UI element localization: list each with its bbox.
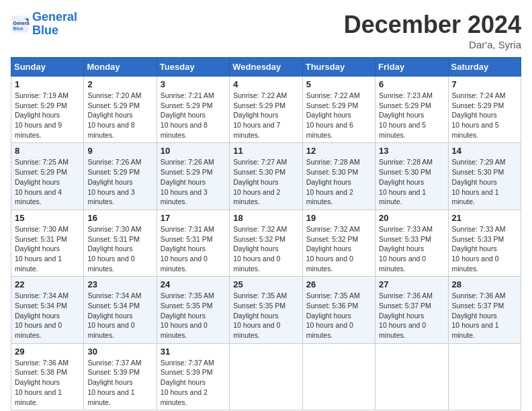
day-number: 18 bbox=[233, 213, 298, 223]
day-info: Sunrise: 7:22 AM Sunset: 5:29 PM Dayligh… bbox=[233, 91, 298, 140]
calendar-cell: 27 Sunrise: 7:36 AM Sunset: 5:37 PM Dayl… bbox=[375, 277, 448, 343]
calendar-cell: 9 Sunrise: 7:26 AM Sunset: 5:29 PM Dayli… bbox=[84, 143, 157, 210]
calendar-cell: 26 Sunrise: 7:35 AM Sunset: 5:36 PM Dayl… bbox=[302, 277, 375, 343]
day-number: 23 bbox=[87, 279, 152, 289]
weekday-header-friday: Friday bbox=[375, 58, 448, 77]
calendar-cell: 6 Sunrise: 7:23 AM Sunset: 5:29 PM Dayli… bbox=[375, 77, 448, 143]
calendar-cell: 11 Sunrise: 7:27 AM Sunset: 5:30 PM Dayl… bbox=[230, 143, 302, 210]
day-info: Sunrise: 7:19 AM Sunset: 5:29 PM Dayligh… bbox=[15, 91, 80, 140]
day-number: 30 bbox=[87, 347, 152, 357]
calendar-cell: 17 Sunrise: 7:31 AM Sunset: 5:31 PM Dayl… bbox=[157, 210, 229, 276]
calendar-cell: 25 Sunrise: 7:35 AM Sunset: 5:35 PM Dayl… bbox=[230, 277, 302, 343]
month-title: December 2024 bbox=[344, 11, 521, 39]
day-number: 3 bbox=[161, 79, 226, 89]
calendar-cell: 14 Sunrise: 7:29 AM Sunset: 5:30 PM Dayl… bbox=[448, 143, 521, 210]
day-number: 11 bbox=[233, 146, 298, 156]
day-number: 25 bbox=[233, 279, 298, 289]
title-area: December 2024 Dar'a, Syria bbox=[344, 11, 521, 50]
day-info: Sunrise: 7:37 AM Sunset: 5:39 PM Dayligh… bbox=[87, 358, 152, 407]
day-number: 27 bbox=[379, 279, 444, 289]
calendar-cell: 15 Sunrise: 7:30 AM Sunset: 5:31 PM Dayl… bbox=[11, 210, 84, 276]
day-number: 19 bbox=[306, 213, 371, 223]
weekday-header-saturday: Saturday bbox=[448, 58, 521, 77]
day-number: 20 bbox=[379, 213, 444, 223]
calendar-cell bbox=[375, 343, 448, 410]
day-number: 17 bbox=[161, 213, 226, 223]
day-number: 9 bbox=[87, 146, 152, 156]
day-info: Sunrise: 7:36 AM Sunset: 5:37 PM Dayligh… bbox=[379, 291, 444, 340]
calendar-cell: 28 Sunrise: 7:36 AM Sunset: 5:37 PM Dayl… bbox=[448, 277, 521, 343]
calendar-cell: 13 Sunrise: 7:28 AM Sunset: 5:30 PM Dayl… bbox=[375, 143, 448, 210]
day-number: 16 bbox=[87, 213, 152, 223]
calendar: SundayMondayTuesdayWednesdayThursdayFrid… bbox=[11, 57, 521, 410]
calendar-cell: 5 Sunrise: 7:22 AM Sunset: 5:29 PM Dayli… bbox=[302, 77, 375, 143]
day-info: Sunrise: 7:32 AM Sunset: 5:32 PM Dayligh… bbox=[233, 224, 298, 273]
day-info: Sunrise: 7:35 AM Sunset: 5:35 PM Dayligh… bbox=[233, 291, 298, 340]
logo: General Blue GeneralBlue bbox=[11, 11, 77, 38]
weekday-header-wednesday: Wednesday bbox=[230, 58, 302, 77]
day-number: 12 bbox=[306, 146, 371, 156]
day-number: 7 bbox=[452, 79, 517, 89]
calendar-week-row: 22 Sunrise: 7:34 AM Sunset: 5:34 PM Dayl… bbox=[11, 277, 521, 343]
calendar-cell: 22 Sunrise: 7:34 AM Sunset: 5:34 PM Dayl… bbox=[11, 277, 84, 343]
day-number: 21 bbox=[452, 213, 517, 223]
weekday-header-row: SundayMondayTuesdayWednesdayThursdayFrid… bbox=[11, 58, 521, 77]
day-number: 14 bbox=[452, 146, 517, 156]
calendar-cell: 21 Sunrise: 7:33 AM Sunset: 5:33 PM Dayl… bbox=[448, 210, 521, 276]
day-number: 28 bbox=[452, 279, 517, 289]
day-info: Sunrise: 7:30 AM Sunset: 5:31 PM Dayligh… bbox=[87, 224, 152, 273]
calendar-cell: 19 Sunrise: 7:32 AM Sunset: 5:32 PM Dayl… bbox=[302, 210, 375, 276]
location: Dar'a, Syria bbox=[344, 39, 521, 50]
day-number: 24 bbox=[161, 279, 226, 289]
weekday-header-sunday: Sunday bbox=[11, 58, 84, 77]
day-number: 13 bbox=[379, 146, 444, 156]
day-info: Sunrise: 7:24 AM Sunset: 5:29 PM Dayligh… bbox=[452, 91, 517, 140]
day-info: Sunrise: 7:34 AM Sunset: 5:34 PM Dayligh… bbox=[15, 291, 80, 340]
day-number: 2 bbox=[87, 79, 152, 89]
calendar-week-row: 1 Sunrise: 7:19 AM Sunset: 5:29 PM Dayli… bbox=[11, 77, 521, 143]
day-number: 15 bbox=[15, 213, 80, 223]
day-info: Sunrise: 7:35 AM Sunset: 5:36 PM Dayligh… bbox=[306, 291, 371, 340]
calendar-cell bbox=[448, 343, 521, 410]
calendar-cell: 8 Sunrise: 7:25 AM Sunset: 5:29 PM Dayli… bbox=[11, 143, 84, 210]
calendar-cell: 7 Sunrise: 7:24 AM Sunset: 5:29 PM Dayli… bbox=[448, 77, 521, 143]
calendar-cell: 24 Sunrise: 7:35 AM Sunset: 5:35 PM Dayl… bbox=[157, 277, 229, 343]
svg-text:Blue: Blue bbox=[13, 26, 24, 31]
calendar-week-row: 15 Sunrise: 7:30 AM Sunset: 5:31 PM Dayl… bbox=[11, 210, 521, 276]
day-info: Sunrise: 7:30 AM Sunset: 5:31 PM Dayligh… bbox=[15, 224, 80, 273]
calendar-cell bbox=[302, 343, 375, 410]
day-info: Sunrise: 7:35 AM Sunset: 5:35 PM Dayligh… bbox=[161, 291, 226, 340]
day-info: Sunrise: 7:29 AM Sunset: 5:30 PM Dayligh… bbox=[452, 157, 517, 206]
calendar-cell: 4 Sunrise: 7:22 AM Sunset: 5:29 PM Dayli… bbox=[230, 77, 302, 143]
calendar-cell: 1 Sunrise: 7:19 AM Sunset: 5:29 PM Dayli… bbox=[11, 77, 84, 143]
day-number: 6 bbox=[379, 79, 444, 89]
day-number: 4 bbox=[233, 79, 298, 89]
day-number: 26 bbox=[306, 279, 371, 289]
day-info: Sunrise: 7:33 AM Sunset: 5:33 PM Dayligh… bbox=[452, 224, 517, 273]
weekday-header-tuesday: Tuesday bbox=[157, 58, 229, 77]
day-number: 1 bbox=[15, 79, 80, 89]
calendar-cell: 29 Sunrise: 7:36 AM Sunset: 5:38 PM Dayl… bbox=[11, 343, 84, 410]
calendar-week-row: 29 Sunrise: 7:36 AM Sunset: 5:38 PM Dayl… bbox=[11, 343, 521, 410]
calendar-cell: 31 Sunrise: 7:37 AM Sunset: 5:39 PM Dayl… bbox=[157, 343, 229, 410]
day-info: Sunrise: 7:28 AM Sunset: 5:30 PM Dayligh… bbox=[306, 157, 371, 206]
calendar-cell: 3 Sunrise: 7:21 AM Sunset: 5:29 PM Dayli… bbox=[157, 77, 229, 143]
calendar-cell bbox=[230, 343, 302, 410]
calendar-week-row: 8 Sunrise: 7:25 AM Sunset: 5:29 PM Dayli… bbox=[11, 143, 521, 210]
day-number: 10 bbox=[161, 146, 226, 156]
day-info: Sunrise: 7:21 AM Sunset: 5:29 PM Dayligh… bbox=[161, 91, 226, 140]
day-info: Sunrise: 7:32 AM Sunset: 5:32 PM Dayligh… bbox=[306, 224, 371, 273]
calendar-cell: 30 Sunrise: 7:37 AM Sunset: 5:39 PM Dayl… bbox=[84, 343, 157, 410]
day-number: 31 bbox=[161, 347, 226, 357]
day-info: Sunrise: 7:36 AM Sunset: 5:37 PM Dayligh… bbox=[452, 291, 517, 340]
day-number: 5 bbox=[306, 79, 371, 89]
svg-text:General: General bbox=[13, 21, 30, 26]
day-number: 22 bbox=[15, 279, 80, 289]
day-info: Sunrise: 7:34 AM Sunset: 5:34 PM Dayligh… bbox=[87, 291, 152, 340]
day-info: Sunrise: 7:26 AM Sunset: 5:29 PM Dayligh… bbox=[87, 157, 152, 206]
day-info: Sunrise: 7:25 AM Sunset: 5:29 PM Dayligh… bbox=[15, 157, 80, 206]
day-info: Sunrise: 7:28 AM Sunset: 5:30 PM Dayligh… bbox=[379, 157, 444, 206]
calendar-cell: 2 Sunrise: 7:20 AM Sunset: 5:29 PM Dayli… bbox=[84, 77, 157, 143]
day-info: Sunrise: 7:31 AM Sunset: 5:31 PM Dayligh… bbox=[161, 224, 226, 273]
day-info: Sunrise: 7:20 AM Sunset: 5:29 PM Dayligh… bbox=[87, 91, 152, 140]
